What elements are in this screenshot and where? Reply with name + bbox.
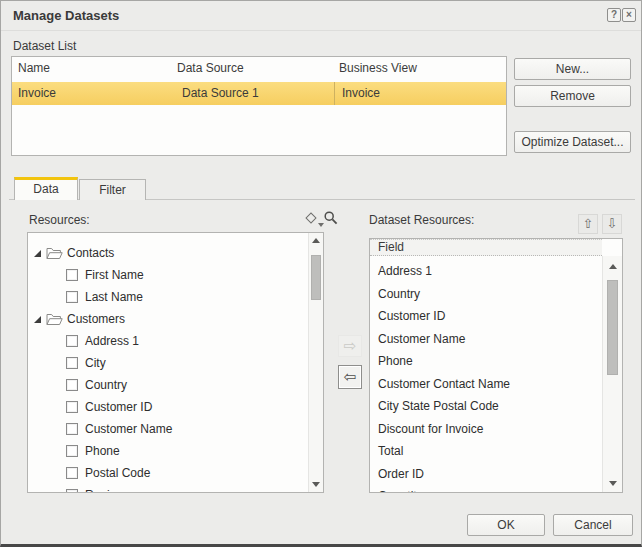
list-item[interactable]: Country [370,283,602,305]
field-label: Total [378,444,403,458]
collapse-arrow-icon[interactable] [34,250,41,257]
dataset-table-header: Name Data Source Business View [12,57,506,82]
list-item[interactable]: Customer ID [370,305,602,327]
title-bar: Manage Datasets ? × [1,1,641,31]
ok-button[interactable]: OK [467,514,545,536]
field-label: Country [378,287,420,301]
checkbox[interactable] [66,379,78,391]
tree-item[interactable]: Customer ID [28,396,307,418]
field-column-header[interactable]: Field [370,239,602,256]
field-label: Customer Name [378,332,465,346]
list-item[interactable]: Discount for Invoice [370,418,602,440]
remove-field-button[interactable]: ⇦ [338,365,362,389]
tree-item-label: Country [85,378,127,392]
dataset-list-label: Dataset List [13,39,76,53]
cell-data-source: Data Source 1 [182,86,259,100]
list-item[interactable]: Total [370,440,602,462]
list-item[interactable]: Address 1 [370,260,602,282]
search-icon[interactable] [323,210,339,226]
dataset-resources-list: Field Address 1 Country Customer ID Cust… [369,238,623,493]
resources-label: Resources: [29,213,90,227]
folder-icon [46,313,63,326]
move-up-button[interactable]: ⇧ [578,214,598,234]
checkbox[interactable] [66,357,78,369]
list-item[interactable]: Customer Name [370,328,602,350]
tree-item-label: First Name [85,268,144,282]
checkbox[interactable] [66,269,78,281]
tree-scrollbar[interactable] [308,233,323,492]
checkbox[interactable] [66,291,78,303]
tree-item[interactable]: Country [28,374,307,396]
scrollbar-thumb[interactable] [607,280,618,375]
list-item[interactable]: City State Postal Code [370,395,602,417]
close-icon[interactable]: × [622,8,636,22]
list-item[interactable]: Order ID [370,463,602,485]
dataset-resources-label: Dataset Resources: [369,213,474,227]
list-item[interactable]: Quantity [370,485,602,493]
field-label: Customer Contact Name [378,377,510,391]
tree-item[interactable]: City [28,352,307,374]
dialog-title: Manage Datasets [13,1,119,31]
checkbox[interactable] [66,423,78,435]
scroll-up-icon[interactable] [312,238,320,243]
remove-button[interactable]: Remove [514,85,631,107]
checkbox[interactable] [66,445,78,457]
folder-icon [46,247,63,260]
list-item[interactable]: Customer Contact Name [370,373,602,395]
resources-tree: Contacts First Name Last Name Customers … [27,232,324,493]
cancel-button[interactable]: Cancel [553,514,633,536]
tree-item[interactable]: Last Name [28,286,307,308]
tree-item-label: Address 1 [85,334,139,348]
help-icon[interactable]: ? [607,8,621,22]
field-label: City State Postal Code [378,399,499,413]
scrollbar-thumb[interactable] [311,255,321,300]
field-label: Customer ID [378,309,445,323]
field-label: Order ID [378,467,424,481]
tree-item-label: Customer ID [85,400,152,414]
scroll-down-icon[interactable] [312,482,320,487]
column-header-business-view[interactable]: Business View [339,61,417,75]
list-scrollbar[interactable] [602,256,622,492]
manage-datasets-dialog: Manage Datasets ? × Dataset List Name Da… [0,0,642,547]
tree-item-label: Phone [85,444,120,458]
collapse-arrow-icon[interactable] [34,316,41,323]
tree-item-label: Last Name [85,290,143,304]
cell-name: Invoice [18,86,56,100]
tree-item[interactable]: Customer Name [28,418,307,440]
sort-icon[interactable] [305,212,316,223]
tree-item-label: Region [85,488,123,493]
optimize-dataset-button[interactable]: Optimize Dataset... [514,131,631,153]
column-header-name[interactable]: Name [18,61,50,75]
cell-business-view: Invoice [342,86,380,100]
tree-item-label: Customers [67,312,125,326]
checkbox[interactable] [66,489,78,493]
column-header-data-source[interactable]: Data Source [177,61,244,75]
add-field-button: ⇨ [338,335,362,357]
tree-item[interactable]: Address 1 [28,330,307,352]
field-label: Phone [378,354,413,368]
column-divider [334,82,335,105]
tree-item-label: Postal Code [85,466,150,480]
tree-item[interactable]: Region [28,484,307,493]
field-label: Discount for Invoice [378,422,483,436]
new-button[interactable]: New... [514,58,631,80]
list-item[interactable]: Phone [370,350,602,372]
move-down-button[interactable]: ⇩ [602,214,622,234]
tree-item-label: Contacts [67,246,114,260]
tree-item-label: Customer Name [85,422,172,436]
tree-item[interactable]: First Name [28,264,307,286]
tree-item[interactable]: Postal Code [28,462,307,484]
scroll-up-icon[interactable] [609,264,617,269]
checkbox[interactable] [66,467,78,479]
field-label: Quantity [378,489,423,493]
tab-filter[interactable]: Filter [79,179,146,200]
scroll-down-icon[interactable] [609,481,617,486]
tab-data[interactable]: Data [14,177,78,200]
checkbox[interactable] [66,401,78,413]
tree-folder-customers[interactable]: Customers [28,308,307,330]
tree-item-label: City [85,356,106,370]
tree-folder-contacts[interactable]: Contacts [28,242,307,264]
checkbox[interactable] [66,335,78,347]
tree-item[interactable]: Phone [28,440,307,462]
table-row-selected[interactable]: Invoice Data Source 1 Invoice [12,82,506,105]
